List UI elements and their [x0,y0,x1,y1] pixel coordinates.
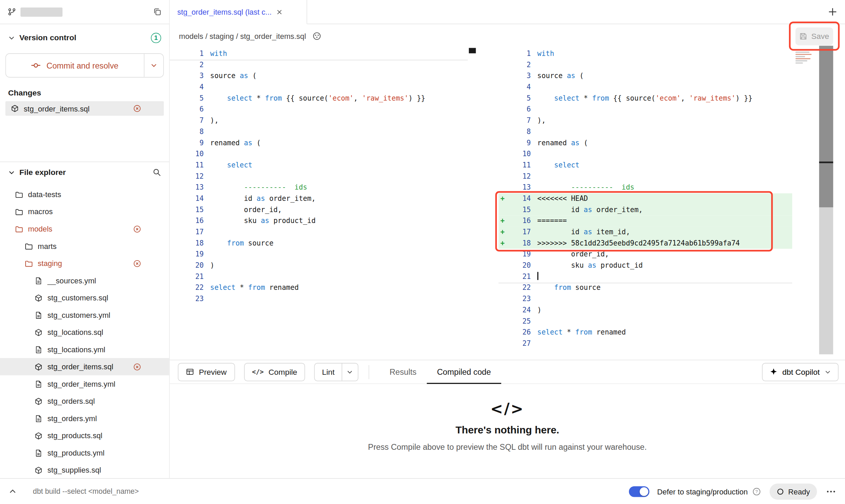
compile-button[interactable]: </> Compile [244,363,305,381]
tree-item-stg-orders-yml[interactable]: stg_orders.yml [0,410,169,427]
code-line[interactable]: 25 [499,316,792,327]
scrollbar-thumb[interactable] [819,46,833,207]
x-circle-icon[interactable] [133,363,141,371]
status-badge[interactable]: Ready [769,483,817,499]
save-button[interactable]: Save [796,27,833,45]
lint-button[interactable]: Lint [315,363,342,381]
tree-item-stg-products-yml[interactable]: stg_products.yml [0,444,169,462]
code-line[interactable]: 20) [170,260,468,271]
code-line[interactable]: 15 id as order_item, [499,204,792,216]
tree-item-stg-orders-sql[interactable]: stg_orders.sql [0,392,169,410]
copy-icon[interactable] [153,8,161,16]
code-line[interactable]: 9renamed as ( [170,137,468,149]
version-control-header[interactable]: Version control 1 [5,30,164,46]
code-line[interactable]: +17 id as item_id, [499,227,792,238]
command-input[interactable]: dbt build --select <model_name> [33,487,139,495]
code-line[interactable]: +18>>>>>>> 58c1dd23d5eebd9cd2495fa7124ab… [499,238,792,249]
code-line[interactable]: 27 [499,338,792,349]
code-line[interactable]: 12 [499,171,792,182]
code-line[interactable]: 1with [170,48,468,60]
editor-pane-left[interactable]: 1with23source as (45 select * from {{ so… [170,47,468,305]
code-line[interactable]: 17 [170,227,468,238]
code-line[interactable]: 5 select * from {{ source('ecom', 'raw_i… [170,93,468,104]
defer-toggle[interactable] [629,486,649,497]
code-line[interactable]: 21 [170,271,468,282]
code-line[interactable]: 1with [499,48,792,60]
code-line[interactable]: 8 [170,127,468,138]
code-line[interactable]: 19 [170,249,468,260]
code-line[interactable]: 7), [499,115,792,127]
tree-item-stg-supplies-sql[interactable]: stg_supplies.sql [0,461,169,478]
tab-stg-order-items[interactable]: stg_order_items.sql (last c... [170,0,307,24]
tree-item-macros[interactable]: macros [0,203,169,220]
tree-item--sources-yml[interactable]: __sources.yml [0,272,169,289]
code-line[interactable]: 14 id as order_item, [170,193,468,205]
tab-results[interactable]: Results [379,360,427,384]
code-line[interactable]: 10 [499,149,792,160]
tree-item-stg-order-items-sql[interactable]: stg_order_items.sql [0,358,169,375]
tree-item-data-tests[interactable]: data-tests [0,186,169,203]
code-line[interactable]: 16 sku as product_id [170,216,468,227]
code-line[interactable]: 4 [170,82,468,93]
code-line[interactable]: 13 ---------- ids [499,182,792,193]
minimap[interactable] [794,49,815,69]
code-line[interactable]: 13 ---------- ids [170,182,468,193]
preview-button[interactable]: Preview [178,363,235,381]
ellipsis-icon[interactable] [826,487,836,495]
tree-item-stg-products-sql[interactable]: stg_products.sql [0,427,169,444]
code-line[interactable]: 15 order_id, [170,204,468,216]
code-line[interactable]: 2 [170,60,468,71]
branch-icon[interactable] [8,8,16,16]
code-line[interactable]: 21 [499,271,792,282]
code-line[interactable]: 7), [170,115,468,127]
close-icon[interactable] [276,8,283,15]
code-line[interactable]: 12 [170,171,468,182]
tab-compiled-code[interactable]: Compiled code [427,360,501,384]
tree-item-staging[interactable]: staging [0,255,169,272]
chevron-up-icon[interactable] [9,487,17,495]
code-line[interactable]: 22 from source [499,282,792,294]
code-line[interactable]: +14<<<<<<< HEAD [499,193,792,205]
code-line[interactable]: 24) [499,305,792,316]
editor-scrollbar[interactable] [819,46,833,354]
x-circle-icon[interactable] [133,259,141,267]
code-line[interactable]: 3source as ( [170,71,468,82]
question-icon[interactable]: ? [752,487,761,495]
editor-pane-right[interactable]: 1with23source as (45 select * from {{ so… [499,47,792,349]
commit-and-resolve-button[interactable]: Commit and resolve [6,54,144,77]
tree-item-stg-customers-yml[interactable]: stg_customers.yml [0,307,169,324]
code-line[interactable]: 20 sku as product_id [499,260,792,271]
code-line[interactable]: 10 [170,149,468,160]
tree-item-models[interactable]: models [0,220,169,238]
lineage-icon[interactable] [313,31,321,40]
new-tab-button[interactable] [828,7,837,17]
tree-item-stg-locations-yml[interactable]: stg_locations.yml [0,341,169,358]
changed-file-row[interactable]: stg_order_items.sql [5,101,164,116]
code-line[interactable]: 6 [499,104,792,115]
code-line[interactable]: 9renamed as ( [499,137,792,149]
code-line[interactable]: 23 [499,294,792,305]
tree-item-stg-customers-sql[interactable]: stg_customers.sql [0,289,169,307]
code-line[interactable]: 11 select [499,160,792,171]
code-line[interactable]: 23 [170,294,468,305]
code-line[interactable]: 18 from source [170,238,468,249]
tree-item-stg-order-items-yml[interactable]: stg_order_items.yml [0,375,169,393]
x-circle-icon[interactable] [133,104,141,113]
code-line[interactable]: 4 [499,82,792,93]
code-line[interactable]: 6 [170,104,468,115]
code-line[interactable]: +16======= [499,216,792,227]
code-line[interactable]: 22select * from renamed [170,282,468,294]
file-explorer-header[interactable]: File explorer [0,164,169,180]
code-line[interactable]: 2 [499,60,792,71]
dbt-copilot-button[interactable]: dbt Copilot [762,363,839,381]
left-scrollbar-thumb[interactable] [469,48,476,54]
code-line[interactable]: 3source as ( [499,71,792,82]
code-line[interactable]: 19 order_id, [499,249,792,260]
code-line[interactable]: 26select * from renamed [499,327,792,338]
code-line[interactable]: 11 select [170,160,468,171]
lint-options-button[interactable] [342,363,358,381]
x-circle-icon[interactable] [133,225,141,233]
code-line[interactable]: 5 select * from {{ source('ecom', 'raw_i… [499,93,792,104]
code-line[interactable]: 8 [499,127,792,138]
commit-options-button[interactable] [144,54,163,77]
